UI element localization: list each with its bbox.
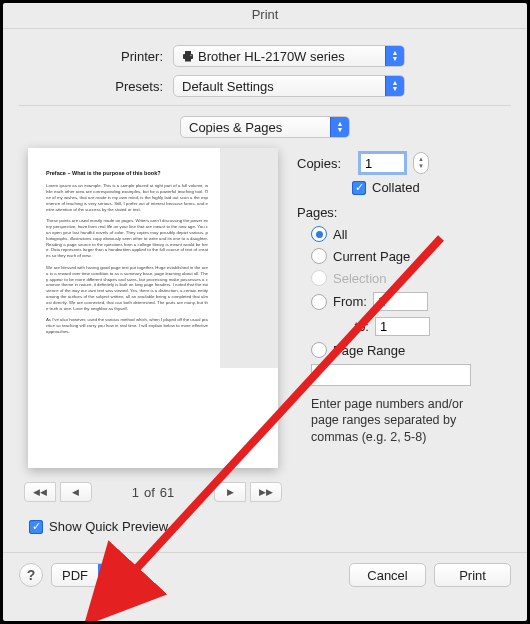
print-dialog: Print Printer: Brother HL-2170W series ▲… (3, 3, 527, 621)
copies-stepper[interactable]: ▲▼ (413, 152, 429, 174)
radio-icon (311, 342, 327, 358)
pages-to-label: to: (343, 319, 369, 334)
check-icon: ✓ (29, 520, 43, 534)
chevron-down-icon: ▼ (98, 564, 116, 586)
pdf-label: PDF (52, 568, 98, 583)
pages-range-field[interactable] (311, 364, 471, 386)
print-button[interactable]: Print (434, 563, 511, 587)
page-pos: 1 (132, 485, 139, 500)
pages-current-radio[interactable]: Current Page (311, 248, 511, 264)
preview-para: These points are used mostly made on pag… (46, 218, 208, 259)
pages-from-radio[interactable]: From: (311, 292, 511, 311)
panel-value: Copies & Pages (189, 120, 282, 135)
divider (19, 105, 511, 106)
first-page-button[interactable]: ◀◀ (24, 482, 56, 502)
preview-para: As I've also however, used the various m… (46, 317, 208, 334)
last-page-button[interactable]: ▶▶ (250, 482, 282, 502)
pages-selection-radio: Selection (311, 270, 511, 286)
pages-to-row: to: (343, 317, 511, 336)
preview-para: We are blessed with having good page tex… (46, 265, 208, 311)
preview-column: Preface – What is the purpose of this bo… (19, 144, 287, 502)
svg-rect-2 (185, 58, 191, 61)
updown-icon: ▲▼ (385, 76, 404, 96)
printer-label: Printer: (3, 49, 173, 64)
collated-label: Collated (372, 180, 420, 195)
show-quick-preview-checkbox[interactable]: ✓ Show Quick Preview (29, 519, 168, 534)
radio-icon (311, 248, 327, 264)
page-total: 61 (160, 485, 174, 500)
pages-from-field[interactable] (373, 292, 428, 311)
pages-selection-label: Selection (333, 271, 386, 286)
presets-select[interactable]: Default Settings ▲▼ (173, 75, 405, 97)
pages-range-label: Page Range (333, 343, 405, 358)
check-icon: ✓ (352, 181, 366, 195)
pages-current-label: Current Page (333, 249, 410, 264)
panel-select[interactable]: Copies & Pages ▲▼ (180, 116, 350, 138)
radio-icon (311, 270, 327, 286)
presets-label: Presets: (3, 79, 173, 94)
pages-all-label: All (333, 227, 347, 242)
pages-all-radio[interactable]: All (311, 226, 511, 242)
updown-icon: ▲▼ (385, 46, 404, 66)
page-preview: Preface – What is the purpose of this bo… (28, 148, 278, 468)
svg-rect-0 (185, 51, 191, 54)
page-nav: ◀◀ ◀ 1 of 61 ▶ ▶▶ (19, 482, 287, 502)
svg-point-3 (190, 54, 191, 55)
printer-select[interactable]: Brother HL-2170W series ▲▼ (173, 45, 405, 67)
options-column: Copies: ▲▼ ✓ Collated Pages: All Current… (297, 144, 511, 502)
collated-checkbox[interactable]: ✓ Collated (352, 180, 420, 195)
svg-rect-1 (183, 54, 193, 59)
dialog-title: Print (3, 3, 527, 29)
pages-from-label: From: (333, 294, 367, 309)
printer-icon (182, 51, 194, 62)
updown-icon: ▲▼ (330, 117, 349, 137)
help-button[interactable]: ? (19, 563, 43, 587)
pages-range-radio[interactable]: Page Range (311, 342, 511, 358)
radio-icon (311, 294, 327, 310)
pages-hint: Enter page numbers and/or page ranges se… (311, 396, 481, 445)
pages-label: Pages: (297, 205, 511, 220)
pdf-menu[interactable]: PDF ▼ (51, 563, 117, 587)
copies-field[interactable] (360, 153, 405, 173)
show-quick-preview-label: Show Quick Preview (49, 519, 168, 534)
preview-margin-overlay (220, 148, 278, 368)
next-page-button[interactable]: ▶ (214, 482, 246, 502)
radio-icon (311, 226, 327, 242)
cancel-button[interactable]: Cancel (349, 563, 426, 587)
copies-label: Copies: (297, 156, 352, 171)
prev-page-button[interactable]: ◀ (60, 482, 92, 502)
page-of: of (144, 485, 155, 500)
printer-value: Brother HL-2170W series (198, 49, 345, 64)
preview-para: Lorem ipsum as an example. This is a sam… (46, 183, 208, 212)
presets-value: Default Settings (182, 79, 274, 94)
pages-to-field[interactable] (375, 317, 430, 336)
